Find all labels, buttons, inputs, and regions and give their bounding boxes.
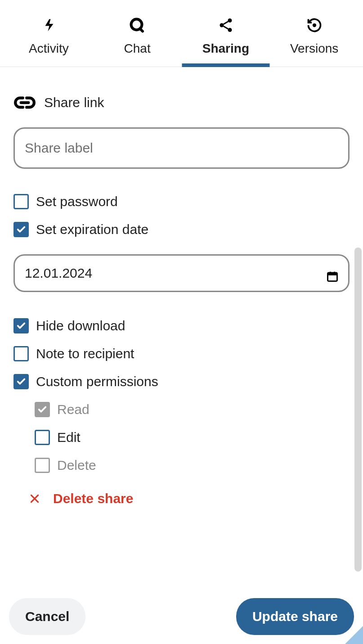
bolt-icon	[40, 17, 57, 33]
svg-rect-6	[328, 273, 337, 275]
expiration-date-input[interactable]	[13, 254, 350, 292]
checkbox-set-password[interactable]	[13, 194, 29, 209]
checkbox-set-expiration[interactable]	[13, 222, 29, 237]
option-delete[interactable]: Delete	[35, 458, 350, 473]
checkbox-delete[interactable]	[35, 458, 50, 473]
share-link-header: Share link	[13, 91, 350, 114]
share-link-label: Share link	[44, 95, 104, 110]
history-icon	[306, 17, 323, 33]
option-label: Read	[57, 402, 90, 417]
update-share-button[interactable]: Update share	[236, 598, 354, 635]
option-label: Edit	[57, 430, 81, 445]
calendar-icon[interactable]	[326, 270, 339, 283]
tab-versions[interactable]: Versions	[270, 9, 359, 67]
tab-activity[interactable]: Activity	[4, 9, 93, 67]
option-set-password[interactable]: Set password	[13, 194, 350, 209]
checkbox-hide-download[interactable]	[13, 318, 29, 333]
tab-label: Sharing	[202, 41, 249, 56]
checkbox-edit[interactable]	[35, 430, 50, 445]
sharing-panel: Share link Set password Set expiration d…	[0, 67, 363, 506]
option-note-recipient[interactable]: Note to recipient	[13, 346, 350, 361]
footer: Cancel Update share	[0, 598, 363, 635]
tab-bar: Activity Chat Sharing Versions	[0, 9, 363, 67]
svg-point-4	[313, 24, 315, 27]
link-icon	[13, 91, 36, 114]
share-label-input[interactable]	[13, 127, 350, 169]
tab-label: Chat	[124, 41, 151, 56]
option-edit[interactable]: Edit	[35, 430, 350, 445]
option-read: Read	[35, 402, 350, 417]
checkbox-read	[35, 402, 50, 417]
tab-sharing[interactable]: Sharing	[182, 9, 270, 67]
option-label: Custom permissions	[36, 374, 158, 389]
resize-corner[interactable]	[345, 626, 363, 644]
option-custom-permissions[interactable]: Custom permissions	[13, 374, 350, 389]
option-label: Hide download	[36, 318, 125, 333]
delete-share-button[interactable]: Delete share	[29, 491, 350, 506]
delete-share-label: Delete share	[53, 491, 133, 506]
option-label: Set password	[36, 194, 118, 209]
option-label: Set expiration date	[36, 222, 148, 237]
option-label: Note to recipient	[36, 346, 134, 361]
option-hide-download[interactable]: Hide download	[13, 318, 350, 333]
cancel-button[interactable]: Cancel	[9, 598, 85, 635]
tab-chat[interactable]: Chat	[93, 9, 182, 67]
svg-point-2	[220, 23, 224, 27]
tab-label: Activity	[29, 41, 69, 56]
scrollbar[interactable]	[354, 248, 362, 572]
checkbox-custom-permissions[interactable]	[13, 374, 29, 389]
close-icon	[29, 493, 40, 504]
checkbox-note-recipient[interactable]	[13, 346, 29, 361]
svg-point-3	[228, 28, 232, 32]
share-icon	[218, 17, 234, 33]
option-label: Delete	[57, 458, 96, 473]
svg-point-1	[228, 18, 232, 23]
option-set-expiration[interactable]: Set expiration date	[13, 222, 350, 237]
chat-icon	[129, 17, 145, 33]
tab-label: Versions	[290, 41, 338, 56]
